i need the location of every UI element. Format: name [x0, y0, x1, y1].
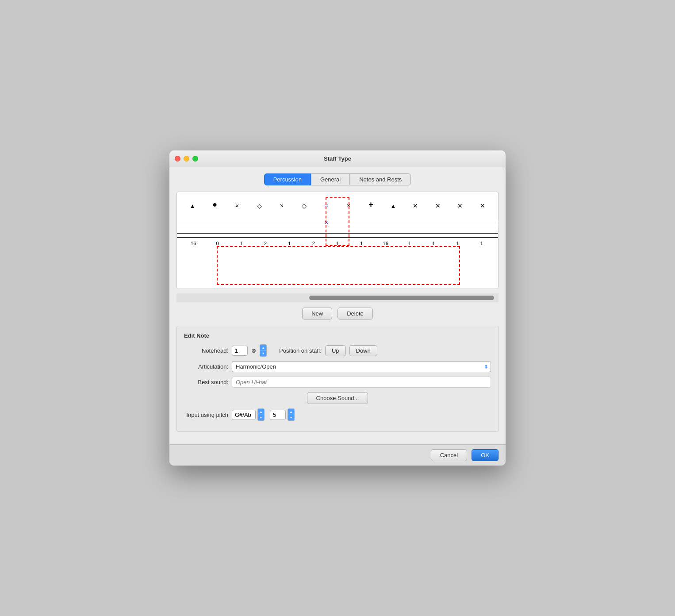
action-buttons: New Delete: [176, 308, 499, 320]
close-button[interactable]: [175, 156, 180, 162]
down-button[interactable]: Down: [349, 345, 377, 356]
num-8: 1: [349, 241, 373, 246]
notehead-spinner-up[interactable]: ▲: [260, 345, 266, 351]
window-title: Staff Type: [324, 155, 351, 162]
note-7-selected: ○: [315, 201, 338, 209]
note-14: ✕: [471, 202, 493, 209]
articulation-dropdown[interactable]: Harmonic/Open: [232, 361, 491, 372]
delete-button[interactable]: Delete: [338, 308, 373, 320]
choose-sound-row: Choose Sound...: [184, 392, 491, 404]
notehead-spinner-down[interactable]: ▼: [260, 351, 266, 357]
num-1: 16: [181, 241, 205, 246]
octave-spinner-down[interactable]: ▼: [288, 415, 294, 421]
num-7: 1: [326, 241, 349, 246]
footer: Cancel OK: [169, 444, 506, 466]
note-11: ✕: [404, 202, 426, 209]
maximize-button[interactable]: [192, 156, 198, 162]
titlebar: Staff Type: [169, 150, 506, 167]
notation-area: ▲ ● × ◇ × ◇ ○ × + ▲ ✕ ✕ ✕ ✕: [176, 192, 499, 289]
notehead-spinner[interactable]: ▲ ▼: [260, 344, 267, 357]
edit-note-title: Edit Note: [184, 332, 491, 339]
articulation-dropdown-wrapper[interactable]: Harmonic/Open ⬍: [232, 361, 491, 372]
numbers-row: 16 0 1 2 1 2 1 1 16 1 1 1 1: [181, 241, 494, 246]
selection-box-bottom: [217, 246, 460, 285]
notehead-icon: ⊗: [251, 347, 256, 354]
tab-general[interactable]: General: [311, 173, 350, 185]
up-button[interactable]: Up: [325, 345, 346, 356]
note-13: ✕: [449, 202, 471, 209]
num-13: 1: [470, 241, 494, 246]
note-1: ▲: [181, 203, 203, 209]
input-pitch-label: Input using pitch: [184, 412, 228, 418]
edit-note-section: Edit Note Notehead: ⊗ ▲ ▼ Position on st…: [176, 326, 499, 432]
input-pitch-row: Input using pitch ▲ ▼ ▲ ▼: [184, 408, 491, 421]
pitch-spinner-up[interactable]: ▲: [258, 409, 264, 415]
num-4: 2: [253, 241, 277, 246]
octave-spinner[interactable]: ▲ ▼: [288, 408, 295, 421]
note-2: ●: [203, 200, 226, 209]
num-2: 0: [205, 241, 229, 246]
best-sound-input[interactable]: [232, 377, 491, 388]
note-4: ◇: [248, 202, 270, 209]
staff-note-7-selected: ×: [315, 219, 338, 227]
pitch-value-input[interactable]: [232, 410, 256, 420]
scrollbar-thumb[interactable]: [309, 296, 494, 300]
tab-percussion[interactable]: Percussion: [264, 173, 311, 185]
minimize-button[interactable]: [184, 156, 189, 162]
notehead-row: Notehead: ⊗ ▲ ▼ Position on staff: Up Do…: [184, 344, 491, 357]
note-3: ×: [226, 202, 248, 209]
num-12: 1: [445, 241, 469, 246]
cancel-button[interactable]: Cancel: [431, 449, 467, 461]
scrollbar-track[interactable]: [176, 293, 499, 302]
choose-sound-button[interactable]: Choose Sound...: [307, 392, 368, 404]
articulation-row: Articulation: Harmonic/Open ⬍: [184, 361, 491, 372]
position-label: Position on staff:: [279, 347, 322, 354]
best-sound-label: Best sound:: [184, 379, 228, 385]
note-8: ×: [338, 202, 360, 209]
notehead-label: Notehead:: [184, 347, 228, 354]
octave-spinner-up[interactable]: ▲: [288, 409, 294, 415]
pitch-spinner-down[interactable]: ▼: [258, 415, 264, 421]
note-6: ◇: [293, 202, 315, 209]
note-9: +: [360, 200, 382, 209]
num-3: 1: [230, 241, 253, 246]
num-6: 2: [302, 241, 326, 246]
best-sound-row: Best sound:: [184, 377, 491, 388]
articulation-label: Articulation:: [184, 363, 228, 370]
new-button[interactable]: New: [302, 308, 332, 320]
notes-row-on-staff: ×: [181, 219, 494, 227]
pitch-input-group: ▲ ▼ ▲ ▼: [232, 408, 295, 421]
note-5: ×: [271, 202, 293, 209]
note-10: ▲: [382, 203, 404, 209]
num-10: 1: [398, 241, 422, 246]
ok-button[interactable]: OK: [472, 449, 499, 461]
pitch-spinner[interactable]: ▲ ▼: [257, 408, 265, 421]
octave-value-input[interactable]: [270, 410, 286, 420]
tab-bar: Percussion General Notes and Rests: [176, 173, 499, 185]
note-12: ✕: [427, 202, 449, 209]
tab-notes-and-rests[interactable]: Notes and Rests: [350, 173, 411, 185]
num-11: 1: [422, 241, 445, 246]
num-9: 16: [374, 241, 398, 246]
notehead-value-input[interactable]: [232, 346, 248, 356]
num-5: 1: [277, 241, 301, 246]
main-window: Staff Type Percussion General Notes and …: [169, 150, 506, 466]
notes-row-above: ▲ ● × ◇ × ◇ ○ × + ▲ ✕ ✕ ✕ ✕: [181, 200, 494, 209]
traffic-lights: [175, 156, 198, 162]
